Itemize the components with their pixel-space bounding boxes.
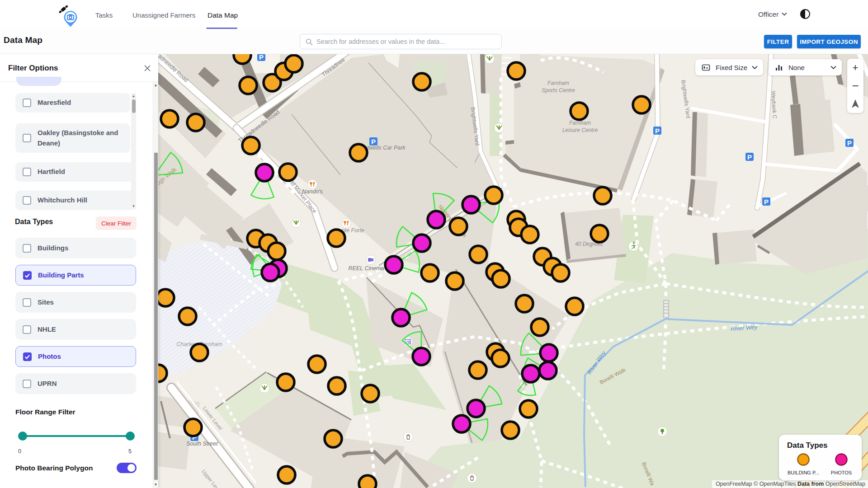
- svg-text:P: P: [847, 139, 852, 147]
- svg-text:P: P: [764, 198, 769, 206]
- svg-text:Nando's: Nando's: [302, 188, 322, 195]
- svg-text:P: P: [371, 138, 376, 145]
- svg-text:Leisure Centre: Leisure Centre: [562, 127, 598, 133]
- svg-text:Sports Centre: Sports Centre: [542, 87, 575, 94]
- svg-text:South Street: South Street: [186, 441, 218, 447]
- svg-text:REEL Cinema: REEL Cinema: [349, 265, 384, 272]
- svg-text:P: P: [655, 127, 660, 135]
- svg-text:Farnham: Farnham: [547, 80, 569, 86]
- svg-text:P: P: [259, 54, 264, 61]
- svg-text:P: P: [747, 153, 752, 161]
